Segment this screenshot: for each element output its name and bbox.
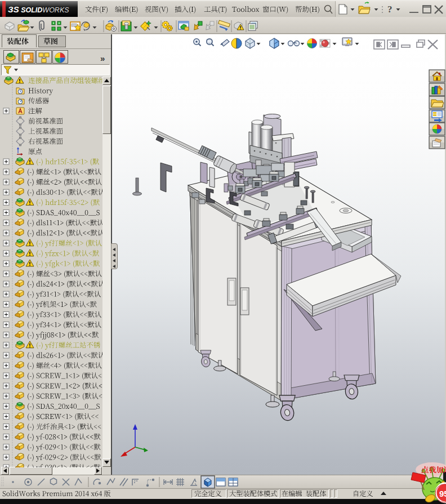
svg-text:95: 95 [439,489,446,498]
svg-text:»: » [100,53,105,63]
svg-text:?: ? [387,4,393,15]
